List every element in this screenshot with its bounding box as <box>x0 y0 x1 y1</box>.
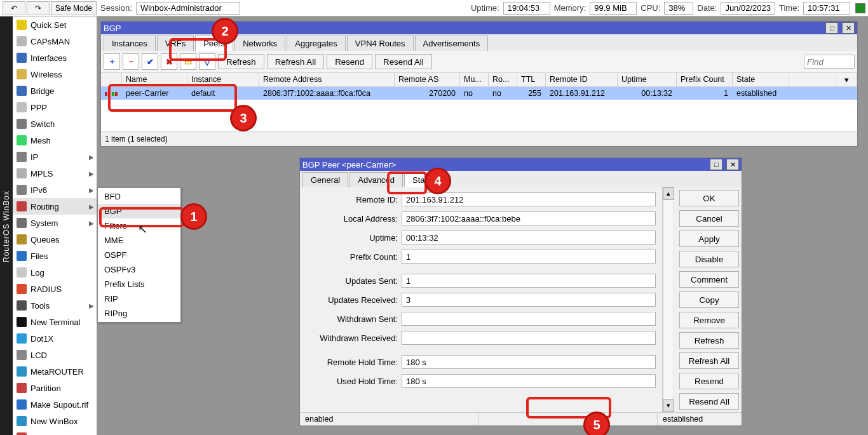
sidebar-item-quick-set[interactable]: Quick Set <box>13 17 97 33</box>
submenu-item-filters[interactable]: Filters <box>98 218 180 233</box>
sidebar-item-make-supout-rif[interactable]: Make Supout.rif <box>13 396 97 413</box>
sidebar-item-queues[interactable]: Queues <box>13 231 97 248</box>
submenu-item-rip[interactable]: RIP <box>98 291 180 306</box>
tab-instances[interactable]: Instances <box>104 36 156 51</box>
tab-aggregates[interactable]: Aggregates <box>287 36 346 51</box>
close-icon[interactable]: ✕ <box>726 159 739 170</box>
restore-icon[interactable]: □ <box>710 159 722 170</box>
sidebar-item-ppp[interactable]: PPP <box>13 99 97 116</box>
ok-button[interactable]: OK <box>679 190 739 206</box>
sidebar-item-metarouter[interactable]: MetaROUTER <box>13 363 97 380</box>
sidebar-item-wireless[interactable]: Wireless <box>13 66 97 83</box>
col-prefix[interactable]: Prefix Count <box>677 73 733 87</box>
col-mu[interactable]: Mu... <box>460 73 489 87</box>
sidebar-item-log[interactable]: Log <box>13 264 97 281</box>
tab-general[interactable]: General <box>302 172 348 187</box>
restore-icon[interactable]: □ <box>825 22 838 34</box>
sidebar-item-mesh[interactable]: Mesh <box>13 132 97 149</box>
remove-button[interactable]: － <box>123 53 139 70</box>
sidebar-item-bridge[interactable]: Bridge <box>13 83 97 99</box>
sidebar-item-capsman[interactable]: CAPsMAN <box>13 33 97 50</box>
col-instance[interactable]: Instance <box>187 73 259 87</box>
add-button[interactable]: ＋ <box>104 53 120 70</box>
refresh-all-button[interactable]: Refresh All <box>267 54 324 69</box>
submenu-item-prefix-lists[interactable]: Prefix Lists <box>98 277 180 291</box>
apply-button[interactable]: Apply <box>679 231 739 247</box>
col-name[interactable]: Name <box>122 73 187 87</box>
tab-status[interactable]: Status <box>404 172 444 187</box>
safe-mode-button[interactable]: Safe Mode <box>51 1 97 15</box>
resend-all-button[interactable]: Resend All <box>679 393 739 410</box>
table-row[interactable]: peer-Carrierdefault2806:3f7:1002:aaaa::f… <box>101 87 857 100</box>
sidebar-item-routing[interactable]: Routing▶ <box>13 198 97 215</box>
sidebar-item-ip[interactable]: IP▶ <box>13 149 97 165</box>
sidebar-item-new-terminal[interactable]: New Terminal <box>13 314 97 330</box>
sidebar-item-ipv6[interactable]: IPv6▶ <box>13 182 97 198</box>
comment-button[interactable]: ▭ <box>180 53 196 70</box>
refresh-button[interactable]: Refresh <box>218 54 264 69</box>
peer-scrollbar[interactable]: ▴ ▾ <box>662 187 674 412</box>
scroll-up-icon[interactable]: ▴ <box>663 187 674 200</box>
sidebar-label: Mesh <box>31 136 51 145</box>
undo-button[interactable]: ↶ <box>3 1 25 15</box>
disable-button[interactable]: Disable <box>679 251 739 267</box>
enable-button[interactable]: ✔ <box>142 53 158 70</box>
comment-button[interactable]: Comment <box>679 271 739 288</box>
col-state[interactable]: State <box>733 73 789 87</box>
sidebar-item-files[interactable]: Files <box>13 248 97 264</box>
sidebar-label: LCD <box>31 351 47 360</box>
col-ttl[interactable]: TTL <box>517 73 546 87</box>
sidebar-item-switch[interactable]: Switch <box>13 116 97 132</box>
scroll-track[interactable] <box>663 200 674 399</box>
scroll-down-icon[interactable]: ▾ <box>663 399 674 412</box>
submenu-item-mme[interactable]: MME <box>98 233 180 248</box>
tab-networks[interactable]: Networks <box>234 36 285 51</box>
refresh-all-button[interactable]: Refresh All <box>679 352 739 369</box>
tab-advertisements[interactable]: Advertisements <box>415 36 489 51</box>
field-row: Withdrawn Sent: <box>302 309 660 328</box>
column-chooser-icon[interactable]: ▾ <box>836 73 857 87</box>
sidebar-item-lcd[interactable]: LCD <box>13 347 97 363</box>
disable-button[interactable]: ✖ <box>161 53 177 70</box>
copy-button[interactable]: Copy <box>679 291 739 308</box>
tab-peers[interactable]: Peers <box>195 36 233 51</box>
resend-all-button[interactable]: Resend All <box>375 54 432 69</box>
tab-vrfs[interactable]: VRFs <box>157 36 194 51</box>
sidebar-item-system[interactable]: System▶ <box>13 215 97 231</box>
sidebar-item-tools[interactable]: Tools▶ <box>13 297 97 314</box>
col-remote_as[interactable]: Remote AS <box>395 73 460 87</box>
submenu-item-ospfv3[interactable]: OSPFv3 <box>98 262 180 277</box>
sidebar-item-radius[interactable]: RADIUS <box>13 281 97 297</box>
menu-icon <box>17 36 27 46</box>
find-input[interactable] <box>804 55 855 69</box>
sidebar-item-new-winbox[interactable]: New WinBox <box>13 413 97 429</box>
tab-advanced[interactable]: Advanced <box>349 172 403 187</box>
col-remote_addr[interactable]: Remote Address <box>259 73 395 87</box>
sidebar-item-exit[interactable]: Exit <box>13 429 97 435</box>
submenu-item-bgp[interactable]: BGP <box>98 204 180 218</box>
submenu-item-bfd[interactable]: BFD <box>98 189 180 204</box>
menu-icon <box>17 251 27 261</box>
sidebar-item-mpls[interactable]: MPLS▶ <box>13 165 97 182</box>
refresh-button[interactable]: Refresh <box>679 332 739 349</box>
col-uptime[interactable]: Uptime <box>618 73 677 87</box>
resend-button[interactable]: Resend <box>679 373 739 389</box>
col-ro[interactable]: Ro... <box>489 73 517 87</box>
sidebar-item-dot1x[interactable]: Dot1X <box>13 330 97 347</box>
col-remote_id[interactable]: Remote ID <box>546 73 618 87</box>
field-value <box>402 312 656 326</box>
resend-button[interactable]: Resend <box>327 54 372 69</box>
submenu-item-ospf[interactable]: OSPF <box>98 248 180 262</box>
cancel-button[interactable]: Cancel <box>679 210 739 227</box>
filter-button[interactable]: ▽ <box>199 53 215 70</box>
sidebar-item-interfaces[interactable]: Interfaces <box>13 50 97 66</box>
close-icon[interactable]: ✕ <box>842 22 855 34</box>
sidebar-item-partition[interactable]: Partition <box>13 380 97 396</box>
peer-titlebar[interactable]: BGP Peer <peer-Carrier> □ ✕ <box>300 158 742 171</box>
submenu-item-ripng[interactable]: RIPng <box>98 306 180 321</box>
tab-vpn4-routes[interactable]: VPN4 Routes <box>347 36 414 51</box>
remove-button[interactable]: Remove <box>679 312 739 328</box>
bgp-titlebar[interactable]: BGP □ ✕ <box>101 22 857 34</box>
sidebar-label: Tools <box>31 301 50 311</box>
redo-button[interactable]: ↷ <box>27 1 50 15</box>
